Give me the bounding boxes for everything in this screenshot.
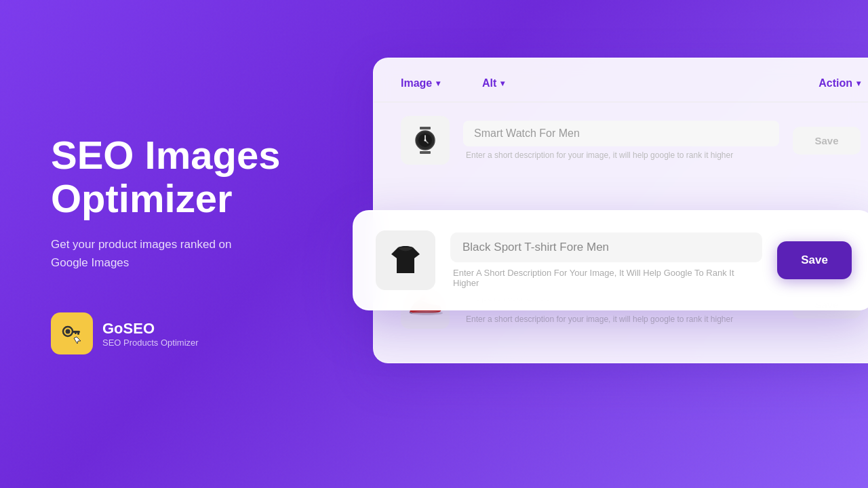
tshirt-desc: Enter A Short Description For Your Image… (450, 268, 762, 288)
svg-rect-3 (77, 331, 79, 335)
tshirt-icon (386, 241, 425, 280)
product-row-watch: Enter a short description for your image… (374, 102, 868, 178)
svg-point-14 (410, 311, 443, 315)
watch-thumbnail (401, 116, 450, 165)
svg-rect-7 (420, 151, 431, 154)
tshirt-product-info: Enter A Short Description For Your Image… (450, 232, 762, 288)
goseo-icon (58, 319, 86, 348)
watch-alt-input[interactable] (463, 121, 779, 146)
svg-rect-4 (75, 331, 77, 334)
col-alt-header: Alt ▾ (482, 77, 766, 89)
col-action-header: Action ▾ (766, 77, 861, 89)
shoe-desc: Enter a short description for your image… (463, 314, 779, 324)
featured-card: Enter A Short Description For Your Image… (353, 210, 868, 310)
brand-name: GoSEO (102, 320, 199, 338)
action-column-label[interactable]: Action ▾ (766, 77, 861, 89)
watch-save-button[interactable]: Save (793, 127, 861, 155)
hero-subtitle: Get your product images ranked on Google… (51, 236, 268, 272)
left-panel: SEO Images Optimizer Get your product im… (0, 0, 353, 488)
tshirt-thumbnail (376, 230, 435, 290)
tshirt-alt-input[interactable] (450, 232, 762, 262)
svg-rect-6 (420, 127, 431, 129)
svg-point-1 (66, 329, 71, 334)
brand-row: GoSEO SEO Products Optimizer (51, 312, 312, 354)
alt-chevron-icon: ▾ (500, 79, 505, 88)
watch-desc: Enter a short description for your image… (463, 150, 779, 160)
hero-title: SEO Images Optimizer (51, 134, 312, 220)
svg-point-13 (425, 140, 427, 142)
tshirt-save-button[interactable]: Save (777, 241, 852, 279)
brand-text: GoSEO SEO Products Optimizer (102, 320, 199, 348)
table-header: Image ▾ Alt ▾ Action ▾ (374, 58, 868, 102)
brand-tagline: SEO Products Optimizer (102, 338, 199, 348)
image-chevron-icon: ▾ (436, 79, 440, 88)
image-column-label[interactable]: Image ▾ (401, 77, 482, 89)
col-image-header: Image ▾ (401, 77, 482, 89)
svg-marker-5 (74, 337, 81, 344)
watch-product-info: Enter a short description for your image… (463, 121, 779, 160)
watch-icon (409, 124, 441, 157)
right-panel: Image ▾ Alt ▾ Action ▾ (353, 0, 868, 488)
alt-column-label[interactable]: Alt ▾ (482, 77, 766, 89)
action-chevron-icon: ▾ (856, 79, 861, 88)
brand-icon (51, 312, 93, 354)
